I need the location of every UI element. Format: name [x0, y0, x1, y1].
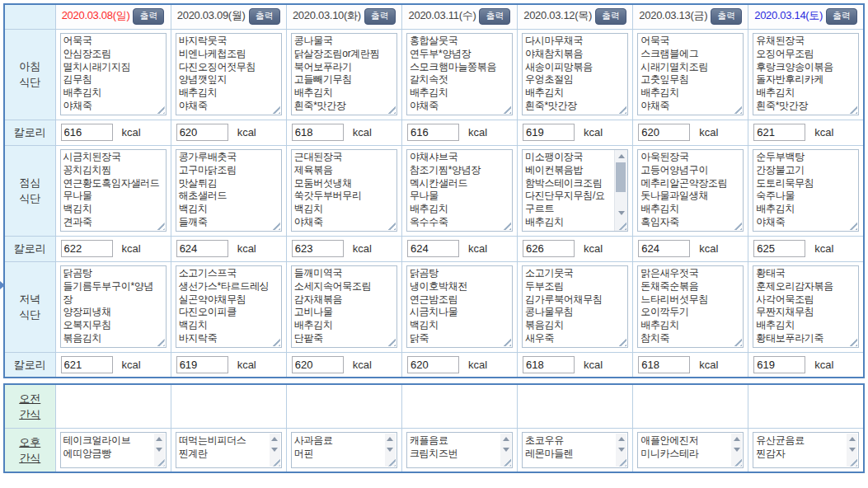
kcal-unit-label: kcal [468, 126, 487, 138]
scroll-down-icon[interactable] [270, 444, 280, 455]
kcal-input[interactable] [638, 124, 690, 141]
dinner-textarea[interactable]: 소고기스프국 생선가스*타르드레싱 실곤약야채무침 다진오이피클 백김치 바지락… [176, 265, 282, 348]
print-button[interactable]: 출력 [595, 8, 626, 25]
scroll-up-icon[interactable] [385, 434, 396, 444]
breakfast-textarea[interactable]: 어묵국 안심장조림 멸치시래기지짐 김무침 배추김치 야채죽 [60, 33, 167, 115]
day-header-wed: 2020.03.11(수)출력 [401, 4, 517, 29]
day-header-tue: 2020.03.10(화)출력 [286, 4, 401, 29]
breakfast-textarea[interactable]: 어묵국 스크램블에그 시래기멸치조림 고춧잎무침 배추김치 야채죽 [637, 33, 744, 115]
kcal-input[interactable] [523, 124, 575, 141]
kcal-input[interactable] [292, 240, 344, 257]
kcal-input[interactable] [407, 240, 459, 257]
dinner-textarea[interactable]: 들깨미역국 소세지속어묵조림 감자채볶음 고비나물 배추김치 단팥죽 [291, 265, 397, 348]
lunch-textarea[interactable]: 근대된장국 제육볶음 모둠버섯냉채 쑥갓두부버무리 백김치 야채죽 [291, 149, 397, 232]
kcal-unit-label: kcal [468, 242, 487, 255]
scroll-up-icon[interactable] [500, 434, 511, 444]
print-button[interactable]: 출력 [364, 8, 396, 25]
kcal-input[interactable] [407, 124, 459, 141]
kcal-input[interactable] [61, 356, 113, 373]
calorie-row-label: 칼로리 [4, 120, 55, 145]
kcal-input[interactable] [753, 240, 805, 257]
breakfast-textarea[interactable]: 홍합살뭇국 연두부*양념장 스모크햄마늘쫑볶음 갈치속젓 배추김치 야채죽 [406, 33, 513, 115]
scrollbar-thumb[interactable] [616, 162, 626, 192]
afternoon-snack-row-label[interactable]: 오후 간식 [4, 428, 55, 472]
print-button[interactable]: 출력 [479, 8, 510, 25]
date-label: 2020.03.14(토) [754, 9, 823, 21]
print-button[interactable]: 출력 [249, 8, 280, 25]
kcal-input[interactable] [176, 124, 228, 141]
morning-snack-row-label[interactable]: 오전 간식 [4, 384, 55, 428]
meal-plan-table: 2020.03.08(일)출력 2020.03.09(월)출력 2020.03.… [3, 3, 865, 378]
scroll-down-icon[interactable] [847, 444, 857, 455]
kcal-input[interactable] [523, 356, 575, 373]
lunch-textarea[interactable]: 콩가루배춧국 고구마닭조림 맛살튀김 해초샐러드 백김치 들깨죽 [176, 149, 282, 232]
lunch-textarea[interactable]: 미소팽이장국 베이컨볶음밥 함박스테이크조림 다진단무지무침/요구르트 배추김치 [522, 149, 628, 232]
lunch-textarea[interactable]: 순두부백탕 간장불고기 도토리묵무침 숙주나물 배추김치 야채죽 [753, 149, 859, 232]
scroll-up-icon[interactable] [154, 434, 165, 444]
kcal-input[interactable] [176, 356, 228, 373]
scroll-down-icon[interactable] [616, 444, 626, 455]
day-header-sat: 2020.03.14(토)출력 [748, 4, 864, 29]
kcal-input[interactable] [638, 240, 690, 257]
day-header-mon: 2020.03.09(월)출력 [171, 4, 286, 29]
afternoon-snack-textarea[interactable]: 유산균음료 찐감자 [753, 432, 859, 468]
scroll-up-icon[interactable] [731, 434, 742, 444]
dinner-textarea[interactable]: 황태국 훈제오리감자볶음 사각어묵조림 무짠지채무침 배추김치 황태보푸라기죽 [753, 265, 859, 348]
date-label: 2020.03.09(월) [177, 9, 246, 21]
kcal-unit-label: kcal [699, 359, 718, 371]
scroll-up-icon[interactable] [270, 434, 280, 444]
breakfast-textarea[interactable]: 유채된장국 오징어무조림 후랑크양송이볶음 돌자반후리카케 배추김치 흰죽*맛간… [753, 33, 859, 115]
breakfast-textarea[interactable]: 바지락뭇국 비엔나케첩조림 다진오징어젓무침 양념깻잎지 배추김치 야채죽 [176, 33, 282, 115]
afternoon-snack-textarea[interactable]: 테이크얼라이브 에띠앙금빵 [60, 432, 167, 468]
breakfast-textarea[interactable]: 다시마무채국 야채참치볶음 새송이피망볶음 우엉초절임 배추김치 흰죽*맛간장 [522, 33, 628, 115]
lunch-textarea[interactable]: 시금치된장국 꽁치김치찜 연근황도흑임자샐러드 무나물 백김치 견과죽 [60, 149, 167, 232]
morning-snack-cell [518, 384, 633, 428]
calorie-row-label: 칼로리 [4, 236, 55, 261]
lunch-row-label: 점심 식단 [4, 145, 55, 236]
kcal-unit-label: kcal [237, 242, 256, 255]
scroll-down-icon[interactable] [154, 444, 165, 455]
dinner-textarea[interactable]: 닭곰탕 냉이호박채전 연근밤조림 시금치나물 백김치 닭죽 [406, 265, 513, 348]
morning-snack-cell [171, 384, 286, 428]
print-button[interactable]: 출력 [133, 8, 164, 25]
kcal-input[interactable] [61, 124, 113, 141]
print-button[interactable]: 출력 [826, 8, 857, 25]
print-button[interactable]: 출력 [711, 8, 742, 25]
scroll-down-icon[interactable] [615, 207, 627, 218]
dinner-textarea[interactable]: 닭곰탕 들기름두부구이*양념장 양장피냉채 오복지무침 볶음김치 호박죽 [60, 265, 167, 348]
kcal-input[interactable] [61, 240, 113, 257]
lunch-kcal-row: 칼로리 kcal kcal kcal kcal kcal kcal kcal [4, 236, 864, 261]
kcal-input[interactable] [523, 240, 575, 257]
kcal-unit-label: kcal [353, 242, 372, 255]
afternoon-snack-textarea[interactable]: 애플안에진저 미니카스테라 [637, 432, 744, 468]
scroll-down-icon[interactable] [500, 444, 511, 455]
kcal-unit-label: kcal [353, 126, 372, 138]
lunch-textarea[interactable]: 야채샤브국 참조기찜*양념장 멕시칸샐러드 무나물 배추김치 옥수수죽 [406, 149, 513, 232]
kcal-input[interactable] [292, 356, 344, 373]
scroll-down-icon[interactable] [731, 444, 742, 455]
date-label: 2020.03.08(일) [62, 9, 130, 21]
scroll-up-icon[interactable] [615, 150, 627, 162]
kcal-unit-label: kcal [353, 359, 372, 371]
scroll-up-icon[interactable] [616, 434, 626, 444]
afternoon-snack-textarea[interactable]: 초코우유 레몬마들렌 [522, 432, 628, 468]
kcal-unit-label: kcal [584, 242, 603, 255]
dinner-textarea[interactable]: 맑은새우젓국 돈채죽순볶음 느타리버섯무침 오이깍두기 배추김치 참치죽 [637, 265, 744, 348]
breakfast-textarea[interactable]: 콩나물국 닭살장조림or계란찜 북어보푸라기 고들빼기무침 배추김치 흰죽*맛간… [291, 33, 397, 115]
kcal-input[interactable] [176, 240, 228, 257]
kcal-input[interactable] [638, 356, 690, 373]
kcal-input[interactable] [292, 124, 344, 141]
kcal-unit-label: kcal [584, 359, 603, 371]
afternoon-snack-textarea[interactable]: 사과음료 머핀 [291, 432, 397, 468]
dinner-textarea[interactable]: 소고기뭇국 두부조림 김가루북어채무침 콩나물무침 볶음김치 새우죽 [522, 265, 628, 348]
scroll-down-icon[interactable] [385, 444, 396, 455]
lunch-textarea[interactable]: 아욱된장국 고등어양념구이 메추리알곤약장조림 돗나물과일생채 배추김치 흑임자… [637, 149, 744, 232]
scrollbar[interactable] [614, 150, 627, 231]
afternoon-snack-row: 오후 간식 테이크얼라이브 에띠앙금빵 떠먹는비피더스 찐계란 사과음료 머핀 … [4, 428, 864, 472]
kcal-input[interactable] [753, 124, 805, 141]
scroll-up-icon[interactable] [847, 434, 857, 444]
afternoon-snack-textarea[interactable]: 떠먹는비피더스 찐계란 [176, 432, 282, 468]
kcal-input[interactable] [753, 356, 805, 373]
kcal-input[interactable] [407, 356, 459, 373]
afternoon-snack-textarea[interactable]: 캐플음료 크림치즈번 [406, 432, 513, 468]
